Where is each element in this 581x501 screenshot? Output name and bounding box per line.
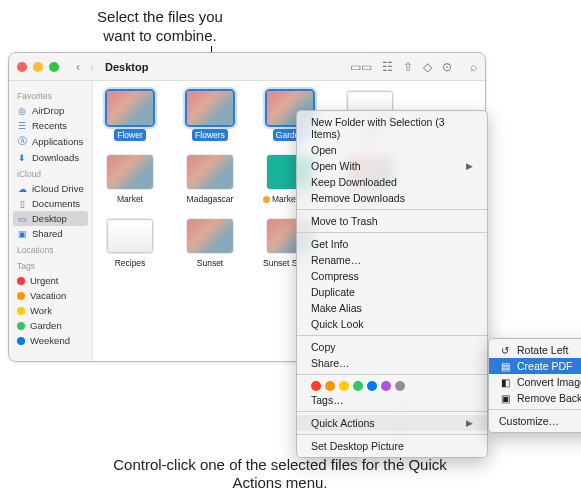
- file-sunset[interactable]: Sunset: [181, 219, 239, 269]
- menu-item-label: Remove Downloads: [311, 192, 405, 204]
- zoom-button[interactable]: [49, 62, 59, 72]
- tag-color-yellow[interactable]: [339, 381, 349, 391]
- menu-separator: [297, 209, 487, 210]
- sidebar-item-downloads[interactable]: ⬇Downloads: [9, 150, 92, 165]
- menu-separator: [297, 434, 487, 435]
- menu-item-label: Share…: [311, 357, 350, 369]
- sidebar: Favorites ◎AirDrop ☰Recents ⒶApplication…: [9, 81, 93, 361]
- menu-separator: [297, 232, 487, 233]
- file-recipes[interactable]: Recipes: [101, 219, 159, 269]
- menu-item-make-alias[interactable]: Make Alias: [297, 300, 487, 316]
- menu-item-rename[interactable]: Rename…: [297, 252, 487, 268]
- sidebar-item-airdrop[interactable]: ◎AirDrop: [9, 103, 92, 118]
- tag-color-purple[interactable]: [381, 381, 391, 391]
- tags-icon[interactable]: ◇: [423, 60, 432, 74]
- quick-actions-submenu: ↺Rotate Left ▤Create PDF ◧Convert Image …: [488, 338, 581, 433]
- menu-item-label: Make Alias: [311, 302, 362, 314]
- sidebar-item-recents[interactable]: ☰Recents: [9, 118, 92, 133]
- forward-button[interactable]: ›: [85, 60, 99, 74]
- tag-dot-orange: [17, 292, 25, 300]
- tag-dot-blue: [17, 337, 25, 345]
- sidebar-item-label: Urgent: [30, 275, 59, 286]
- menu-separator: [297, 374, 487, 375]
- menu-item-quick-look[interactable]: Quick Look: [297, 316, 487, 332]
- menu-item-quick-actions[interactable]: Quick Actions▶: [297, 415, 487, 431]
- file-thumbnail: [187, 91, 233, 125]
- menu-item-keep-downloaded[interactable]: Keep Downloaded: [297, 174, 487, 190]
- sidebar-item-label: Work: [30, 305, 52, 316]
- shared-icon: ▣: [17, 229, 27, 239]
- tag-color-green[interactable]: [353, 381, 363, 391]
- more-icon[interactable]: ⊙: [442, 60, 452, 74]
- menu-item-copy[interactable]: Copy: [297, 339, 487, 355]
- search-icon[interactable]: ⌕: [470, 60, 477, 74]
- sidebar-item-shared[interactable]: ▣Shared: [9, 226, 92, 241]
- menu-item-tags[interactable]: Tags…: [297, 392, 487, 408]
- tag-color-red[interactable]: [311, 381, 321, 391]
- submenu-item-create-pdf[interactable]: ▤Create PDF: [489, 358, 581, 374]
- menu-item-label: Quick Actions: [311, 417, 375, 429]
- file-market[interactable]: Market: [101, 155, 159, 205]
- tag-color-blue[interactable]: [367, 381, 377, 391]
- sidebar-tag-urgent[interactable]: Urgent: [9, 273, 92, 288]
- recents-icon: ☰: [17, 121, 27, 131]
- sidebar-item-icloud-drive[interactable]: ☁iCloud Drive: [9, 181, 92, 196]
- sidebar-tag-garden[interactable]: Garden: [9, 318, 92, 333]
- close-button[interactable]: [17, 62, 27, 72]
- tag-dot-green: [17, 322, 25, 330]
- sidebar-item-label: Weekend: [30, 335, 70, 346]
- menu-item-get-info[interactable]: Get Info: [297, 236, 487, 252]
- sidebar-header-favorites: Favorites: [9, 87, 92, 103]
- sidebar-item-applications[interactable]: ⒶApplications: [9, 133, 92, 150]
- submenu-item-remove-background[interactable]: ▣Remove Background: [489, 390, 581, 406]
- file-flower[interactable]: Flower: [101, 91, 159, 141]
- file-flowers[interactable]: Flowers: [181, 91, 239, 141]
- menu-item-share[interactable]: Share…: [297, 355, 487, 371]
- tag-color-row: [297, 378, 487, 392]
- sidebar-item-label: AirDrop: [32, 105, 64, 116]
- menu-item-label: Open With: [311, 160, 361, 172]
- docs-icon: ▯: [17, 199, 27, 209]
- file-thumbnail: [187, 219, 233, 253]
- sidebar-item-label: Recents: [32, 120, 67, 131]
- tag-color-orange[interactable]: [325, 381, 335, 391]
- menu-item-label: Quick Look: [311, 318, 364, 330]
- sidebar-tag-vacation[interactable]: Vacation: [9, 288, 92, 303]
- menu-item-move-to-trash[interactable]: Move to Trash: [297, 213, 487, 229]
- sidebar-item-desktop[interactable]: ▭Desktop: [13, 211, 88, 226]
- minimize-button[interactable]: [33, 62, 43, 72]
- submenu-item-convert-image[interactable]: ◧Convert Image: [489, 374, 581, 390]
- callout-top: Select the files you want to combine.: [80, 8, 240, 46]
- tag-color-gray[interactable]: [395, 381, 405, 391]
- menu-item-duplicate[interactable]: Duplicate: [297, 284, 487, 300]
- menu-item-open[interactable]: Open: [297, 142, 487, 158]
- menu-item-set-desktop-picture[interactable]: Set Desktop Picture: [297, 438, 487, 454]
- menu-item-open-with[interactable]: Open With▶: [297, 158, 487, 174]
- sidebar-tag-weekend[interactable]: Weekend: [9, 333, 92, 348]
- menu-item-remove-downloads[interactable]: Remove Downloads: [297, 190, 487, 206]
- menu-separator: [297, 335, 487, 336]
- submenu-item-rotate-left[interactable]: ↺Rotate Left: [489, 342, 581, 358]
- convert-image-icon: ◧: [499, 377, 511, 388]
- view-icon[interactable]: ▭▭: [350, 60, 372, 74]
- menu-item-new-folder[interactable]: New Folder with Selection (3 Items): [297, 114, 487, 142]
- callout-bottom: Control-click one of the selected files …: [110, 456, 450, 494]
- sidebar-item-label: Garden: [30, 320, 62, 331]
- menu-separator: [297, 411, 487, 412]
- sidebar-item-label: Shared: [32, 228, 63, 239]
- submenu-item-customize[interactable]: Customize…: [489, 413, 581, 429]
- file-label: Madagascar: [184, 193, 237, 205]
- sidebar-item-documents[interactable]: ▯Documents: [9, 196, 92, 211]
- sidebar-header-tags: Tags: [9, 257, 92, 273]
- back-button[interactable]: ‹: [71, 60, 85, 74]
- downloads-icon: ⬇: [17, 153, 27, 163]
- sidebar-item-label: Applications: [32, 136, 83, 147]
- file-madagascar[interactable]: Madagascar: [181, 155, 239, 205]
- file-label: Sunset: [194, 257, 226, 269]
- share-icon[interactable]: ⇧: [403, 60, 413, 74]
- group-icon[interactable]: ☷: [382, 60, 393, 74]
- sidebar-tag-work[interactable]: Work: [9, 303, 92, 318]
- file-label: Flowers: [192, 129, 228, 141]
- menu-item-compress[interactable]: Compress: [297, 268, 487, 284]
- file-label: Recipes: [112, 257, 149, 269]
